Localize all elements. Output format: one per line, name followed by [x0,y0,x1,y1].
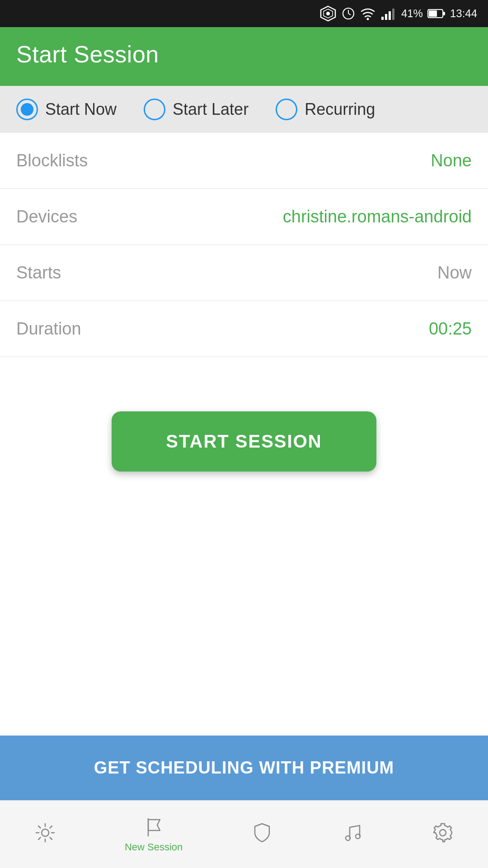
radio-start-now[interactable] [16,99,38,120]
duration-label: Duration [16,319,81,339]
blocklists-row[interactable]: Blocklists None [0,133,488,189]
app-logo-icon [320,5,336,22]
gear-icon [432,822,454,844]
devices-row[interactable]: Devices christine.romans-android [0,189,488,245]
tab-start-now[interactable]: Start Now [16,99,117,120]
starts-label: Starts [16,263,61,283]
svg-point-6 [366,18,369,20]
nav-item-sun[interactable] [25,817,65,852]
duration-row[interactable]: Duration 00:25 [0,301,488,357]
start-session-button[interactable]: START SESSION [112,411,376,472]
premium-banner[interactable]: GET SCHEDULING WITH PREMIUM [0,736,488,800]
svg-line-21 [50,826,52,828]
radio-start-now-fill [21,103,33,116]
settings-list: Blocklists None Devices christine.romans… [0,133,488,357]
battery-icon [427,8,446,19]
clock-icon [342,7,355,20]
start-button-container: START SESSION [0,411,488,472]
starts-row[interactable]: Starts Now [0,245,488,301]
svg-rect-12 [429,10,437,17]
radio-start-later[interactable] [144,99,165,120]
tab-start-later-label: Start Later [173,100,249,119]
blocklists-label: Blocklists [16,151,88,170]
tab-recurring-label: Recurring [305,100,375,119]
session-type-tabs: Start Now Start Later Recurring [0,86,488,133]
svg-point-2 [326,12,330,15]
svg-rect-13 [443,12,445,15]
status-icons: 41% 13:44 [342,7,477,20]
starts-value: Now [437,263,472,283]
status-bar: 41% 13:44 [0,0,488,27]
app-header: Start Session [0,27,488,86]
bottom-navigation: New Session [0,800,488,868]
premium-banner-text: GET SCHEDULING WITH PREMIUM [94,758,394,778]
radio-recurring[interactable] [276,99,297,120]
svg-point-14 [42,829,49,836]
blocklists-value: None [431,151,472,170]
tab-recurring[interactable]: Recurring [276,99,375,120]
devices-label: Devices [16,207,77,226]
sun-icon [34,822,56,844]
svg-line-5 [348,14,351,15]
duration-value: 00:25 [429,319,472,339]
svg-line-20 [50,837,52,840]
nav-item-shield[interactable] [242,817,282,852]
svg-rect-8 [385,14,387,20]
svg-rect-9 [389,11,391,20]
devices-value: christine.romans-android [283,207,472,226]
nav-new-session-label: New Session [125,841,183,853]
nav-item-settings[interactable] [423,817,463,852]
tab-start-now-label: Start Now [45,100,117,119]
wifi-icon [360,7,376,20]
signal-icon [380,7,397,20]
nav-item-new-session[interactable]: New Session [116,811,192,858]
page-title: Start Session [16,41,472,68]
music-icon [342,822,363,844]
shield-icon [251,822,273,844]
svg-point-26 [440,830,446,836]
nav-item-music[interactable] [333,817,372,852]
svg-line-19 [38,826,41,828]
tab-start-later[interactable]: Start Later [144,99,249,120]
time-display: 13:44 [450,7,477,20]
svg-rect-10 [392,9,394,20]
flag-icon [143,816,164,838]
battery-percent: 41% [401,7,423,20]
svg-rect-7 [381,17,384,20]
svg-line-22 [38,837,41,840]
